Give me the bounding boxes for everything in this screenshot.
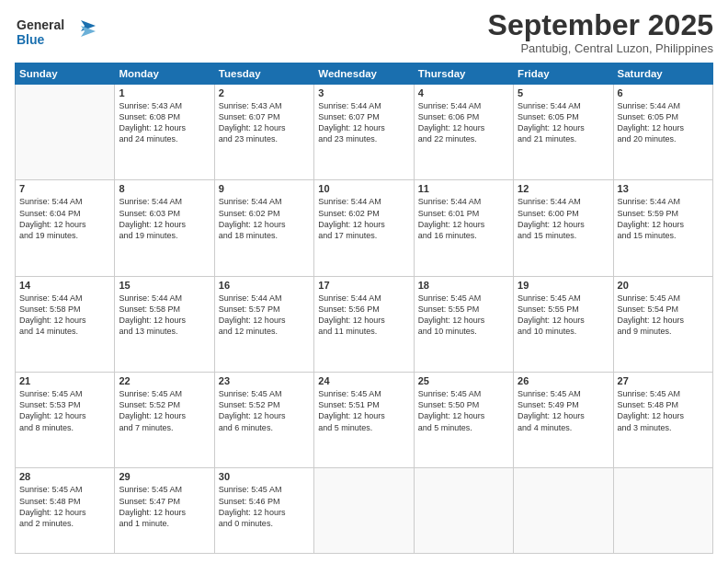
day-number: 24 bbox=[318, 375, 409, 386]
day-number: 17 bbox=[318, 280, 409, 291]
table-row: 4Sunrise: 5:44 AM Sunset: 6:06 PM Daylig… bbox=[414, 85, 513, 180]
col-monday: Monday bbox=[115, 63, 214, 85]
table-row: 23Sunrise: 5:45 AM Sunset: 5:52 PM Dayli… bbox=[214, 373, 313, 468]
table-row: 19Sunrise: 5:45 AM Sunset: 5:55 PM Dayli… bbox=[514, 276, 613, 372]
day-info: Sunrise: 5:44 AM Sunset: 5:58 PM Dayligh… bbox=[119, 293, 210, 338]
day-number: 7 bbox=[19, 183, 110, 194]
day-info: Sunrise: 5:45 AM Sunset: 5:55 PM Dayligh… bbox=[518, 293, 609, 338]
day-number: 20 bbox=[618, 280, 709, 291]
day-number: 12 bbox=[518, 183, 609, 194]
day-info: Sunrise: 5:43 AM Sunset: 6:08 PM Dayligh… bbox=[119, 100, 210, 145]
table-row: 26Sunrise: 5:45 AM Sunset: 5:49 PM Dayli… bbox=[514, 373, 613, 468]
day-number: 29 bbox=[119, 471, 210, 482]
col-thursday: Thursday bbox=[414, 63, 513, 85]
day-number: 18 bbox=[418, 280, 509, 291]
logo: General Blue bbox=[15, 13, 97, 57]
day-number: 21 bbox=[19, 375, 110, 386]
day-number: 16 bbox=[219, 280, 310, 291]
day-info: Sunrise: 5:44 AM Sunset: 5:58 PM Dayligh… bbox=[19, 293, 110, 338]
col-saturday: Saturday bbox=[613, 63, 712, 85]
day-number: 6 bbox=[618, 87, 709, 98]
table-row: 30Sunrise: 5:45 AM Sunset: 5:46 PM Dayli… bbox=[214, 468, 313, 554]
month-title: September 2025 bbox=[488, 9, 713, 41]
table-row: 28Sunrise: 5:45 AM Sunset: 5:48 PM Dayli… bbox=[16, 468, 115, 554]
day-info: Sunrise: 5:44 AM Sunset: 6:07 PM Dayligh… bbox=[318, 100, 409, 145]
day-number: 22 bbox=[119, 375, 210, 386]
day-info: Sunrise: 5:44 AM Sunset: 5:56 PM Dayligh… bbox=[318, 293, 409, 338]
table-row: 10Sunrise: 5:44 AM Sunset: 6:02 PM Dayli… bbox=[314, 180, 414, 276]
table-row: 22Sunrise: 5:45 AM Sunset: 5:52 PM Dayli… bbox=[115, 373, 214, 468]
table-row: 14Sunrise: 5:44 AM Sunset: 5:58 PM Dayli… bbox=[16, 276, 115, 372]
day-number: 19 bbox=[518, 280, 609, 291]
calendar-week-row: 21Sunrise: 5:45 AM Sunset: 5:53 PM Dayli… bbox=[16, 373, 713, 468]
table-row: 25Sunrise: 5:45 AM Sunset: 5:50 PM Dayli… bbox=[414, 373, 513, 468]
day-info: Sunrise: 5:44 AM Sunset: 5:59 PM Dayligh… bbox=[618, 196, 709, 241]
calendar-week-row: 28Sunrise: 5:45 AM Sunset: 5:48 PM Dayli… bbox=[16, 468, 713, 554]
day-info: Sunrise: 5:44 AM Sunset: 6:04 PM Dayligh… bbox=[19, 196, 110, 241]
day-number: 14 bbox=[19, 280, 110, 291]
location: Pantubig, Central Luzon, Philippines bbox=[488, 41, 713, 55]
table-row bbox=[314, 468, 414, 554]
day-info: Sunrise: 5:45 AM Sunset: 5:47 PM Dayligh… bbox=[119, 484, 210, 529]
table-row: 9Sunrise: 5:44 AM Sunset: 6:02 PM Daylig… bbox=[214, 180, 313, 276]
day-info: Sunrise: 5:44 AM Sunset: 6:05 PM Dayligh… bbox=[518, 100, 609, 145]
title-block: September 2025 Pantubig, Central Luzon, … bbox=[488, 9, 713, 55]
table-row: 2Sunrise: 5:43 AM Sunset: 6:07 PM Daylig… bbox=[214, 85, 313, 180]
table-row: 29Sunrise: 5:45 AM Sunset: 5:47 PM Dayli… bbox=[115, 468, 214, 554]
day-info: Sunrise: 5:45 AM Sunset: 5:55 PM Dayligh… bbox=[418, 293, 509, 338]
table-row: 11Sunrise: 5:44 AM Sunset: 6:01 PM Dayli… bbox=[414, 180, 513, 276]
table-row: 16Sunrise: 5:44 AM Sunset: 5:57 PM Dayli… bbox=[214, 276, 313, 372]
day-info: Sunrise: 5:45 AM Sunset: 5:49 PM Dayligh… bbox=[518, 388, 609, 433]
day-info: Sunrise: 5:44 AM Sunset: 6:02 PM Dayligh… bbox=[318, 196, 409, 241]
day-number: 23 bbox=[219, 375, 310, 386]
calendar-week-row: 14Sunrise: 5:44 AM Sunset: 5:58 PM Dayli… bbox=[16, 276, 713, 372]
day-number: 10 bbox=[318, 183, 409, 194]
table-row: 6Sunrise: 5:44 AM Sunset: 6:05 PM Daylig… bbox=[613, 85, 712, 180]
col-wednesday: Wednesday bbox=[314, 63, 414, 85]
table-row: 13Sunrise: 5:44 AM Sunset: 5:59 PM Dayli… bbox=[613, 180, 712, 276]
table-row bbox=[613, 468, 712, 554]
table-row: 27Sunrise: 5:45 AM Sunset: 5:48 PM Dayli… bbox=[613, 373, 712, 468]
page: General Blue September 2025 Pantubig, Ce… bbox=[0, 0, 728, 563]
day-info: Sunrise: 5:45 AM Sunset: 5:53 PM Dayligh… bbox=[19, 388, 110, 433]
day-info: Sunrise: 5:45 AM Sunset: 5:50 PM Dayligh… bbox=[418, 388, 509, 433]
table-row: 1Sunrise: 5:43 AM Sunset: 6:08 PM Daylig… bbox=[115, 85, 214, 180]
day-info: Sunrise: 5:45 AM Sunset: 5:54 PM Dayligh… bbox=[618, 293, 709, 338]
day-number: 13 bbox=[618, 183, 709, 194]
day-info: Sunrise: 5:44 AM Sunset: 6:06 PM Dayligh… bbox=[418, 100, 509, 145]
col-tuesday: Tuesday bbox=[214, 63, 313, 85]
day-info: Sunrise: 5:44 AM Sunset: 5:57 PM Dayligh… bbox=[219, 293, 310, 338]
day-number: 4 bbox=[418, 87, 509, 98]
table-row: 24Sunrise: 5:45 AM Sunset: 5:51 PM Dayli… bbox=[314, 373, 414, 468]
table-row bbox=[414, 468, 513, 554]
table-row: 18Sunrise: 5:45 AM Sunset: 5:55 PM Dayli… bbox=[414, 276, 513, 372]
day-info: Sunrise: 5:45 AM Sunset: 5:52 PM Dayligh… bbox=[219, 388, 310, 433]
day-info: Sunrise: 5:44 AM Sunset: 6:02 PM Dayligh… bbox=[219, 196, 310, 241]
day-number: 15 bbox=[119, 280, 210, 291]
calendar-week-row: 7Sunrise: 5:44 AM Sunset: 6:04 PM Daylig… bbox=[16, 180, 713, 276]
day-info: Sunrise: 5:45 AM Sunset: 5:48 PM Dayligh… bbox=[19, 484, 110, 529]
day-number: 27 bbox=[618, 375, 709, 386]
day-info: Sunrise: 5:45 AM Sunset: 5:52 PM Dayligh… bbox=[119, 388, 210, 433]
calendar-table: Sunday Monday Tuesday Wednesday Thursday… bbox=[15, 63, 713, 554]
day-info: Sunrise: 5:44 AM Sunset: 6:01 PM Dayligh… bbox=[418, 196, 509, 241]
day-info: Sunrise: 5:45 AM Sunset: 5:51 PM Dayligh… bbox=[318, 388, 409, 433]
table-row bbox=[16, 85, 115, 180]
day-number: 25 bbox=[418, 375, 509, 386]
day-number: 9 bbox=[219, 183, 310, 194]
col-friday: Friday bbox=[514, 63, 613, 85]
day-number: 5 bbox=[518, 87, 609, 98]
calendar-week-row: 1Sunrise: 5:43 AM Sunset: 6:08 PM Daylig… bbox=[16, 85, 713, 180]
header: General Blue September 2025 Pantubig, Ce… bbox=[15, 9, 713, 57]
day-number: 26 bbox=[518, 375, 609, 386]
col-sunday: Sunday bbox=[16, 63, 115, 85]
table-row: 8Sunrise: 5:44 AM Sunset: 6:03 PM Daylig… bbox=[115, 180, 214, 276]
day-info: Sunrise: 5:45 AM Sunset: 5:46 PM Dayligh… bbox=[219, 484, 310, 529]
table-row: 15Sunrise: 5:44 AM Sunset: 5:58 PM Dayli… bbox=[115, 276, 214, 372]
day-number: 30 bbox=[219, 471, 310, 482]
day-info: Sunrise: 5:44 AM Sunset: 6:00 PM Dayligh… bbox=[518, 196, 609, 241]
day-number: 8 bbox=[119, 183, 210, 194]
calendar-header-row: Sunday Monday Tuesday Wednesday Thursday… bbox=[16, 63, 713, 85]
table-row: 21Sunrise: 5:45 AM Sunset: 5:53 PM Dayli… bbox=[16, 373, 115, 468]
table-row: 3Sunrise: 5:44 AM Sunset: 6:07 PM Daylig… bbox=[314, 85, 414, 180]
